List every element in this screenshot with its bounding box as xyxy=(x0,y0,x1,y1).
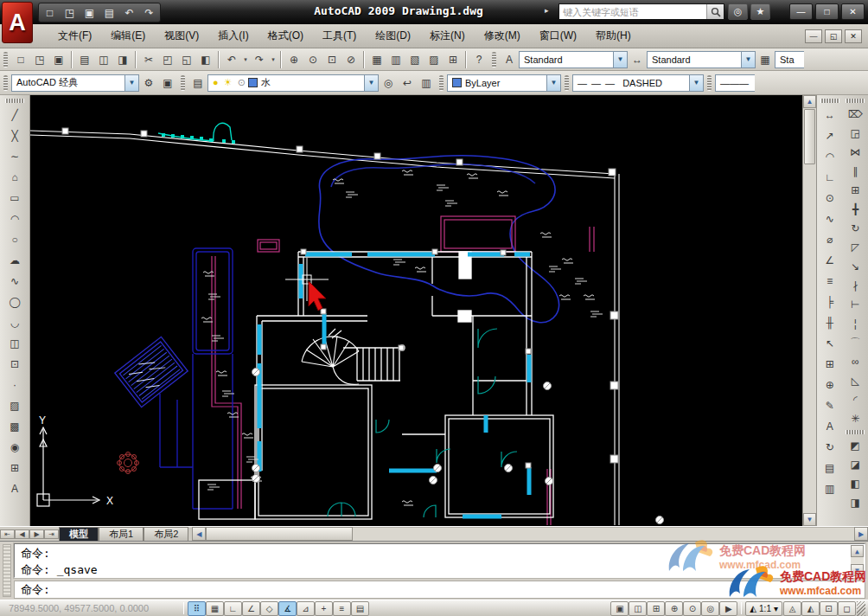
rectangle-icon[interactable]: ▭ xyxy=(4,188,25,209)
menu-view[interactable]: 视图(V) xyxy=(155,24,208,48)
redo-icon[interactable]: ↷ xyxy=(250,50,269,69)
publish-icon[interactable]: ◨ xyxy=(113,50,132,69)
menu-file[interactable]: 文件(F) xyxy=(48,24,101,48)
toolbar-grip[interactable] xyxy=(565,75,569,91)
toolbar-separator[interactable] xyxy=(218,51,220,68)
scroll-down-icon[interactable]: ▼ xyxy=(803,513,816,526)
workspace-settings-icon[interactable]: ⚙ xyxy=(139,74,158,93)
show-motion-button[interactable]: ▶ xyxy=(719,601,737,616)
menu-tools[interactable]: 工具(T) xyxy=(313,24,366,48)
horizontal-scrollbar[interactable]: ◀ ▶ xyxy=(192,527,868,541)
minimize-button[interactable]: — xyxy=(789,3,813,20)
table-style-combo[interactable]: Sta xyxy=(775,51,804,68)
send-under-objects-icon[interactable]: ◨ xyxy=(845,493,865,512)
menu-window[interactable]: 窗口(W) xyxy=(530,24,586,48)
scroll-left-icon[interactable]: ◀ xyxy=(192,527,206,541)
steering-wheel-button[interactable]: ◎ xyxy=(701,601,719,616)
dyn-toggle[interactable]: + xyxy=(315,601,333,616)
pan-button[interactable]: ⊕ xyxy=(665,601,683,616)
favorites-star-icon[interactable]: ★ xyxy=(750,3,770,20)
menu-dimension[interactable]: 标注(N) xyxy=(420,24,475,48)
otrack-toggle[interactable]: ∡ xyxy=(278,601,297,616)
dimension-style-icon[interactable]: ↔ xyxy=(628,50,647,69)
command-scroll-up-icon[interactable]: ▲ xyxy=(851,545,864,557)
clean-screen-button[interactable]: ◻ xyxy=(838,601,856,616)
layer-properties-manager-icon[interactable]: ▤ xyxy=(188,74,207,93)
osnap-toggle[interactable]: ◇ xyxy=(260,601,278,616)
properties-icon[interactable]: ▦ xyxy=(367,50,386,69)
insert-block-icon[interactable]: ◫ xyxy=(4,333,25,354)
dimension-style-combo[interactable]: Standard ▼ xyxy=(647,51,756,68)
chamfer-icon[interactable]: ◺ xyxy=(845,371,865,390)
toolbar-grip[interactable] xyxy=(707,75,712,91)
chevron-down-icon[interactable]: ▼ xyxy=(124,75,138,91)
coordinate-readout[interactable]: 78949.5000, 49577.5000, 0.0000 xyxy=(9,603,180,613)
next-tab-button[interactable]: ▶ xyxy=(29,529,44,539)
redo-dropdown-arrow[interactable]: ▾ xyxy=(269,50,278,69)
annotation-scale-button[interactable]: ◭ 1:1 ▾ xyxy=(745,601,782,616)
layer-color-swatch[interactable] xyxy=(248,78,258,87)
quick-properties-toggle[interactable]: ▤ xyxy=(351,601,369,616)
menu-draw[interactable]: 绘图(D) xyxy=(366,24,420,48)
join-icon[interactable]: ∞ xyxy=(845,352,865,371)
linetype-combo[interactable]: — — — DASHED ▼ xyxy=(572,74,704,92)
dimension-text-edit-icon[interactable]: A xyxy=(820,416,840,437)
hatch-icon[interactable]: ▨ xyxy=(4,395,25,416)
snap-toggle[interactable]: ⠿ xyxy=(188,601,206,616)
layer-states-icon[interactable]: ▥ xyxy=(417,74,436,93)
save-icon[interactable]: ▣ xyxy=(80,4,99,21)
menu-modify[interactable]: 修改(M) xyxy=(475,24,530,48)
jogged-dimension-icon[interactable]: ∿ xyxy=(820,209,840,229)
layer-freeze-sun-icon[interactable]: ☀ xyxy=(224,77,233,87)
bring-to-front-icon[interactable]: ◩ xyxy=(845,436,865,455)
menu-edit[interactable]: 编辑(E) xyxy=(101,24,155,48)
menu-insert[interactable]: 插入(I) xyxy=(208,24,258,48)
layer-combo[interactable]: ● ☀ ⊙ 水 ▼ xyxy=(207,74,379,92)
toolbar-grip[interactable] xyxy=(846,99,865,103)
ellipse-arc-icon[interactable]: ◡ xyxy=(4,312,25,333)
make-block-icon[interactable]: ⊡ xyxy=(4,354,25,375)
toolbar-grip[interactable] xyxy=(846,430,865,434)
plot-preview-icon[interactable]: ◫ xyxy=(94,50,113,69)
chevron-down-icon[interactable]: ▼ xyxy=(546,75,560,91)
help-icon[interactable]: ? xyxy=(469,50,488,69)
toolbar-separator[interactable] xyxy=(363,51,365,68)
doc-close-button[interactable]: ✕ xyxy=(845,29,862,43)
aligned-dimension-icon[interactable]: ↗ xyxy=(820,125,840,146)
layer-previous-icon[interactable]: ↩ xyxy=(398,74,417,93)
chevron-down-icon[interactable]: ▼ xyxy=(364,75,378,91)
bring-above-objects-icon[interactable]: ◧ xyxy=(845,474,865,493)
horizontal-scroll-thumb[interactable] xyxy=(206,527,353,541)
designcenter-icon[interactable]: ▥ xyxy=(386,50,405,69)
maximize-button[interactable]: □ xyxy=(815,3,839,20)
save-icon[interactable]: ▣ xyxy=(49,50,68,69)
table-style-icon[interactable]: ▦ xyxy=(756,50,775,69)
diameter-dimension-icon[interactable]: ⌀ xyxy=(820,229,840,250)
fillet-icon[interactable]: ◜ xyxy=(845,390,865,409)
chevron-down-icon[interactable]: ▼ xyxy=(689,75,703,91)
scale-icon[interactable]: ◸ xyxy=(845,238,865,257)
dimension-edit-icon[interactable]: ✎ xyxy=(820,395,840,416)
break-at-point-icon[interactable]: ¦ xyxy=(845,314,865,333)
annotation-visibility-button[interactable]: ◬ xyxy=(783,601,801,616)
toolbar-separator[interactable] xyxy=(135,51,137,68)
search-input[interactable] xyxy=(559,4,706,19)
zoom-realtime-icon[interactable]: ⊙ xyxy=(303,50,322,69)
copy-icon[interactable]: ◲ xyxy=(845,124,865,143)
undo-icon[interactable]: ↶ xyxy=(119,4,139,21)
last-tab-button[interactable]: ⇥ xyxy=(44,529,59,539)
dimension-style-icon[interactable]: ▤ xyxy=(820,458,840,478)
polygon-icon[interactable]: ⌂ xyxy=(4,167,25,188)
extend-icon[interactable]: ⊢ xyxy=(845,295,865,314)
match-properties-icon[interactable]: ◧ xyxy=(196,50,215,69)
radius-dimension-icon[interactable]: ⊙ xyxy=(820,188,840,209)
workspace-combo[interactable]: AutoCAD 经典 ▼ xyxy=(11,74,139,92)
construction-line-icon[interactable]: ╳ xyxy=(4,125,25,146)
rotate-icon[interactable]: ↻ xyxy=(845,219,865,238)
quick-view-layouts-button[interactable]: ◫ xyxy=(629,601,647,616)
text-style-combo[interactable]: Standard ▼ xyxy=(519,51,628,68)
point-icon[interactable]: · xyxy=(4,375,25,395)
chevron-down-icon[interactable]: ▼ xyxy=(613,52,627,67)
model-space-button[interactable]: ▣ xyxy=(610,601,629,616)
toolbar-grip[interactable] xyxy=(3,75,8,91)
